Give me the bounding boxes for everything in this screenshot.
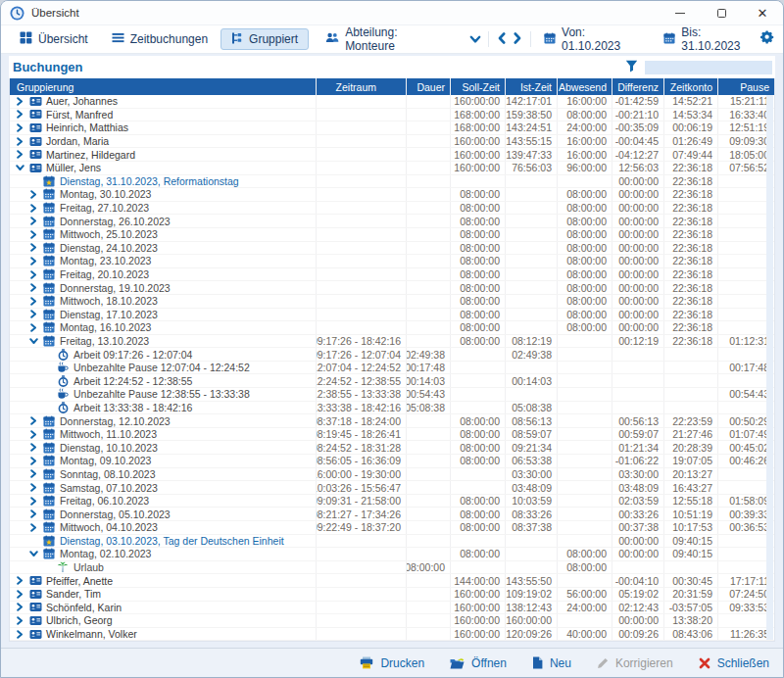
chevron-right-icon[interactable] bbox=[28, 297, 38, 306]
chevron-right-icon[interactable] bbox=[15, 576, 24, 585]
open-button[interactable]: Öffnen bbox=[450, 656, 507, 670]
new-button[interactable]: Neu bbox=[532, 656, 571, 670]
chevron-right-icon[interactable] bbox=[28, 310, 38, 318]
table-row[interactable]: Ulbrich, Georg160:00:00160:00:0000:00:00… bbox=[10, 614, 774, 628]
chevron-down-icon[interactable] bbox=[28, 337, 38, 345]
table-row[interactable]: Mittwoch, 11.10.202308:19:45 - 18:26:410… bbox=[10, 428, 774, 442]
chevron-right-icon[interactable] bbox=[15, 150, 24, 159]
chevron-right-icon[interactable] bbox=[15, 603, 24, 611]
column-header-ist-zeit[interactable]: Ist-Zeit bbox=[506, 78, 558, 95]
chevron-right-icon[interactable] bbox=[28, 509, 38, 518]
table-row[interactable]: Fürst, Manfred168:00:00159:38:5008:00:00… bbox=[10, 109, 774, 122]
table-row[interactable]: Freitag, 20.10.202308:00:0008:00:0000:00… bbox=[10, 268, 774, 282]
table-row[interactable]: Montag, 16.10.202308:00:0008:00:0000:00:… bbox=[10, 321, 774, 335]
table-row[interactable]: Montag, 23.10.202308:00:0008:00:0000:00:… bbox=[10, 255, 774, 268]
chevron-right-icon[interactable] bbox=[28, 190, 38, 199]
table-row[interactable]: Dienstag, 10.10.202308:24:52 - 18:31:280… bbox=[10, 441, 774, 455]
chevron-right-icon[interactable] bbox=[28, 497, 38, 506]
chevron-down-icon[interactable] bbox=[28, 550, 38, 557]
table-row[interactable]: Urlaub08:00:0008:00:00 bbox=[10, 561, 774, 575]
table-row[interactable]: Freitag, 27.10.202308:00:0008:00:0000:00… bbox=[10, 202, 774, 216]
table-row[interactable]: Sander, Tim160:00:00109:19:0256:00:0005:… bbox=[10, 588, 774, 602]
maximize-button[interactable] bbox=[701, 1, 742, 24]
table-row[interactable]: Montag, 09.10.202308:56:05 - 16:36:0908:… bbox=[10, 455, 774, 468]
tab-gruppiert[interactable]: Gruppiert bbox=[220, 28, 309, 50]
table-row[interactable]: Heinrich, Matthias168:00:00143:24:5124:0… bbox=[10, 121, 774, 135]
table-row[interactable]: Mittwoch, 04.10.202309:22:49 - 18:37:200… bbox=[10, 521, 774, 535]
chevron-right-icon[interactable] bbox=[28, 416, 38, 425]
print-button[interactable]: Drucken bbox=[360, 656, 424, 670]
tab-uebersicht[interactable]: Übersicht bbox=[9, 28, 99, 50]
chevron-right-icon[interactable] bbox=[28, 283, 38, 292]
chevron-right-icon[interactable] bbox=[28, 523, 38, 532]
table-row[interactable]: Unbezahlte Pause 12:07:04 - 12:24:5212:0… bbox=[10, 362, 774, 375]
next-period-button[interactable] bbox=[510, 28, 525, 50]
table-row[interactable]: Donnerstag, 12.10.202308:37:18 - 18:24:0… bbox=[10, 414, 774, 428]
chevron-right-icon[interactable] bbox=[15, 123, 24, 132]
date-from-field[interactable]: Von: 01.10.2023 bbox=[536, 25, 644, 53]
table-row[interactable]: Montag, 02.10.202308:00:0008:00:0000:00:… bbox=[10, 548, 774, 561]
table-row[interactable]: Dienstag, 03.10.2023, Tag der Deutschen … bbox=[10, 535, 774, 549]
settings-button[interactable] bbox=[760, 30, 775, 49]
tab-zeitbuchungen[interactable]: Zeitbuchungen bbox=[101, 28, 219, 50]
date-to-field[interactable]: Bis: 31.10.2023 bbox=[656, 25, 760, 53]
chevron-right-icon[interactable] bbox=[28, 483, 38, 492]
table-row[interactable]: Donnerstag, 19.10.202308:00:0008:00:0000… bbox=[10, 281, 774, 295]
chevron-right-icon[interactable] bbox=[28, 217, 38, 225]
chevron-right-icon[interactable] bbox=[28, 469, 38, 478]
chevron-down-icon[interactable] bbox=[15, 164, 24, 171]
table-row[interactable]: Montag, 30.10.202308:00:0008:00:0000:00:… bbox=[10, 188, 774, 202]
close-window-button[interactable]: Schließen bbox=[699, 656, 769, 670]
chevron-right-icon[interactable] bbox=[28, 257, 38, 266]
chevron-right-icon[interactable] bbox=[28, 230, 38, 239]
table-row[interactable]: Dienstag, 31.10.2023, Reformationstag00:… bbox=[10, 175, 774, 189]
table-row[interactable]: Auer, Johannes160:00:00142:17:0116:00:00… bbox=[10, 95, 774, 109]
chevron-right-icon[interactable] bbox=[28, 270, 38, 279]
filter-input[interactable] bbox=[645, 61, 772, 74]
chevron-right-icon[interactable] bbox=[28, 204, 38, 213]
close-button[interactable]: ✕ bbox=[742, 1, 783, 24]
table-row[interactable]: Winkelmann, Volker160:00:00120:09:2640:0… bbox=[10, 628, 774, 642]
column-header-soll-zeit[interactable]: Soll-Zeit bbox=[451, 78, 506, 95]
chevron-right-icon[interactable] bbox=[15, 97, 24, 106]
table-row[interactable]: Martinez, Hildegard160:00:00139:47:3316:… bbox=[10, 148, 774, 162]
table-row[interactable]: Unbezahlte Pause 12:38:55 - 13:33:3812:3… bbox=[10, 388, 774, 402]
chevron-right-icon[interactable] bbox=[28, 443, 38, 452]
column-header-pause[interactable]: Pause bbox=[718, 78, 774, 95]
table-row[interactable]: Dienstag, 24.10.202308:00:0008:00:0000:0… bbox=[10, 242, 774, 256]
prev-period-button[interactable] bbox=[494, 28, 510, 50]
chevron-right-icon[interactable] bbox=[28, 430, 38, 439]
department-dropdown-button[interactable] bbox=[467, 28, 483, 50]
minimize-button[interactable] bbox=[660, 1, 701, 24]
chevron-right-icon[interactable] bbox=[15, 630, 24, 639]
column-header-differenz[interactable]: Differenz bbox=[612, 78, 664, 95]
chevron-right-icon[interactable] bbox=[15, 137, 24, 146]
table-row[interactable]: Donnerstag, 26.10.202308:00:0008:00:0000… bbox=[10, 215, 774, 228]
table-row[interactable]: Samstag, 07.10.202310:03:26 - 15:56:4703… bbox=[10, 481, 774, 495]
table-row[interactable]: Jordan, Maria160:00:00143:55:1516:00:00-… bbox=[10, 135, 774, 149]
chevron-right-icon[interactable] bbox=[15, 590, 24, 599]
table-row[interactable]: Mittwoch, 25.10.202308:00:0008:00:0000:0… bbox=[10, 228, 774, 242]
chevron-right-icon[interactable] bbox=[28, 323, 38, 332]
vertical-scrollbar[interactable] bbox=[766, 95, 773, 640]
department-select[interactable]: Abteilung: Monteure bbox=[315, 28, 448, 50]
chevron-right-icon[interactable] bbox=[28, 457, 38, 465]
column-header-zeitkonto[interactable]: Zeitkonto bbox=[664, 78, 718, 95]
chevron-right-icon[interactable] bbox=[15, 616, 24, 625]
column-header-zeitraum[interactable]: Zeitraum bbox=[317, 78, 407, 95]
table-row[interactable]: Mittwoch, 18.10.202308:00:0008:00:0000:0… bbox=[10, 295, 774, 309]
table-row[interactable]: Pfeiffer, Anette144:00:00143:55:50-00:04… bbox=[10, 574, 774, 588]
chevron-right-icon[interactable] bbox=[15, 110, 24, 119]
table-row[interactable]: Arbeit 13:33:38 - 18:42:1613:33:38 - 18:… bbox=[10, 402, 774, 415]
table-row[interactable]: Müller, Jens160:00:0076:56:0396:00:0012:… bbox=[10, 162, 774, 175]
column-header-abwesend[interactable]: Abwesend bbox=[558, 78, 612, 95]
column-header-gruppierung[interactable]: Gruppierung bbox=[10, 78, 317, 95]
table-row[interactable]: Dienstag, 17.10.202308:00:0008:00:0000:0… bbox=[10, 309, 774, 322]
table-row[interactable]: Sonntag, 08.10.202316:00:00 - 19:30:0003… bbox=[10, 468, 774, 482]
table-row[interactable]: Freitag, 13.10.202309:17:26 - 18:42:1608… bbox=[10, 335, 774, 349]
table-row[interactable]: Donnerstag, 05.10.202308:21:27 - 17:34:2… bbox=[10, 508, 774, 521]
column-header-dauer[interactable]: Dauer bbox=[407, 78, 451, 95]
table-row[interactable]: Arbeit 09:17:26 - 12:07:0409:17:26 - 12:… bbox=[10, 348, 774, 362]
table-row[interactable]: Schönfeld, Karin160:00:00138:12:4324:00:… bbox=[10, 602, 774, 615]
table-row[interactable]: Arbeit 12:24:52 - 12:38:5512:24:52 - 12:… bbox=[10, 374, 774, 388]
